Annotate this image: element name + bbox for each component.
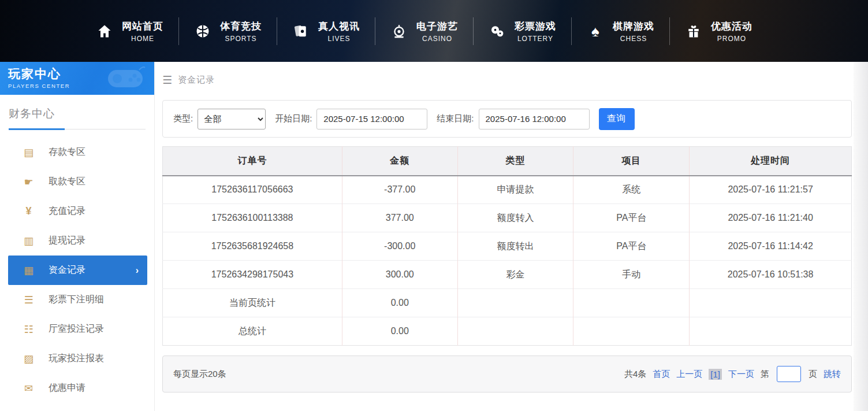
nav-label-zh: 真人视讯 <box>318 20 360 33</box>
next-page-link[interactable]: 下一页 <box>728 369 754 380</box>
nav-item-lottery[interactable]: 彩票游戏 LOTTERY <box>474 14 571 49</box>
sidebar-item-label: 玩家投注报表 <box>49 353 104 365</box>
nav-label-zh: 网站首页 <box>122 20 163 33</box>
sidebar-item-label: 充值记录 <box>49 205 85 217</box>
table-row: 1752636117056663 -377.00 申请提款 系统 2025-07… <box>163 176 852 204</box>
page-suffix-label: 页 <box>809 369 817 380</box>
nav-item-lives[interactable]: 真人视讯 LIVES <box>277 14 375 49</box>
prev-page-link[interactable]: 上一页 <box>676 369 702 380</box>
breadcrumb: ☰ 资金记录 <box>162 73 854 87</box>
sidebar-item-withdraw[interactable]: ☛ 取款专区 <box>0 167 154 197</box>
start-date-input[interactable] <box>316 109 427 129</box>
header-process-time: 处理时间 <box>690 147 852 176</box>
end-date-label: 结束日期: <box>437 113 474 124</box>
type-label: 类型: <box>173 113 193 124</box>
sidebar-item-hall-bet-record[interactable]: ☷ 厅室投注记录 <box>0 314 154 344</box>
gamepad-icon <box>105 64 147 94</box>
page-jump-input[interactable] <box>777 366 801 382</box>
nav-label-zh: 棋牌游戏 <box>613 20 654 33</box>
table-row: 1752635681924658 -300.00 额度转出 PA平台 2025-… <box>163 232 852 261</box>
sidebar-section: 财务中心 <box>0 95 154 121</box>
section-underline <box>9 129 146 129</box>
chevron-right-icon: › <box>136 265 139 276</box>
cell-item: 系统 <box>573 176 690 204</box>
start-date-label: 开始日期: <box>275 113 312 124</box>
pagination-bar: 每页显示20条 共4条 首页 上一页 [1] 下一页 第 页 跳转 <box>162 356 852 393</box>
cell-empty <box>573 317 690 346</box>
search-button[interactable]: 查询 <box>599 108 635 130</box>
header-type: 类型 <box>457 147 573 176</box>
sidebar: 玩家中心 PLAYERS CENTER 财务中心 ▤ 存款专区 ☛ 取款专区 ¥… <box>0 62 155 411</box>
cell-order-no: 1752636100113388 <box>163 204 342 232</box>
cell-type: 申请提款 <box>457 176 573 204</box>
nav-item-sports[interactable]: 体育竞技 SPORTS <box>179 14 277 49</box>
recharge-moneybag-icon: ¥ <box>22 205 35 217</box>
cell-amount: -377.00 <box>342 176 457 204</box>
cell-order-no: 1752634298175043 <box>163 261 342 289</box>
nav-label-en: CASINO <box>422 35 452 43</box>
cell-item: 手动 <box>573 261 690 289</box>
nav-label-en: LOTTERY <box>517 35 553 43</box>
nav-item-home[interactable]: 网站首页 HOME <box>81 14 178 49</box>
menu-hamburger-icon[interactable]: ☰ <box>162 73 172 87</box>
nav-item-chess[interactable]: ♠ 棋牌游戏 CHESS <box>572 14 669 49</box>
cell-time: 2025-07-16 11:21:40 <box>690 204 852 232</box>
cell-empty <box>457 289 573 317</box>
sidebar-item-funds-record[interactable]: ▦ 资金记录 › <box>8 256 147 285</box>
funds-cash-icon: ▦ <box>22 264 35 277</box>
gift-icon <box>685 23 702 40</box>
withdrawal-wallet-icon: ▥ <box>22 235 35 247</box>
cell-empty <box>690 317 852 346</box>
cell-order-no: 1752636117056663 <box>163 176 342 204</box>
header-order-no: 订单号 <box>163 147 342 176</box>
nav-label-en: HOME <box>131 35 154 43</box>
sidebar-item-promo-apply[interactable]: ✉ 优惠申请 <box>0 373 154 403</box>
cell-empty <box>573 289 690 317</box>
sidebar-item-label: 资金记录 <box>49 264 85 276</box>
sidebar-item-label: 存款专区 <box>49 146 85 158</box>
nav-label-zh: 体育竞技 <box>220 20 262 33</box>
end-date-input[interactable] <box>479 109 590 129</box>
cell-amount: 377.00 <box>342 204 457 232</box>
top-navigation: 网站首页 HOME 体育竞技 SPORTS 真人视讯 LIVES 电子游艺 CA… <box>0 0 868 62</box>
nav-item-promo[interactable]: 优惠活动 PROMO <box>670 14 768 49</box>
lottery-balls-icon <box>489 23 506 40</box>
sports-ball-icon <box>194 23 211 40</box>
sidebar-item-label: 提现记录 <box>49 235 85 247</box>
cell-empty <box>690 289 852 317</box>
cell-summary-amount: 0.00 <box>342 289 457 317</box>
sidebar-item-label: 厅室投注记录 <box>49 323 104 335</box>
table-header-row: 订单号 金额 类型 项目 处理时间 <box>163 147 852 176</box>
nav-label-zh: 彩票游戏 <box>515 20 556 33</box>
cell-summary-label: 当前页统计 <box>163 289 342 317</box>
withdraw-hand-icon: ☛ <box>22 176 35 188</box>
type-select[interactable]: 全部 <box>198 109 266 129</box>
table-summary-row-total: 总统计 0.00 <box>163 317 852 346</box>
page-prefix-label: 第 <box>761 369 769 380</box>
nav-item-casino[interactable]: 电子游艺 CASINO <box>375 14 473 49</box>
current-page-indicator: [1] <box>709 369 722 380</box>
nav-label-en: PROMO <box>717 35 746 43</box>
sidebar-item-lottery-bet-detail[interactable]: ☰ 彩票下注明细 <box>0 285 154 314</box>
first-page-link[interactable]: 首页 <box>653 369 670 380</box>
nav-label-en: LIVES <box>327 35 350 43</box>
nav-label-zh: 优惠活动 <box>711 20 752 33</box>
sidebar-item-withdrawal-record[interactable]: ▥ 提现记录 <box>0 226 154 256</box>
sidebar-item-recharge-record[interactable]: ¥ 充值记录 <box>0 197 154 226</box>
total-count: 共4条 <box>624 369 646 380</box>
sidebar-item-player-bet-report[interactable]: ▨ 玩家投注报表 <box>0 344 154 373</box>
cell-amount: 300.00 <box>342 261 457 289</box>
table-row: 1752636100113388 377.00 额度转入 PA平台 2025-0… <box>163 204 852 232</box>
sidebar-item-promo-apply-record[interactable]: ☷ 优惠申请记录 <box>0 403 154 411</box>
spade-icon: ♠ <box>587 23 604 40</box>
cell-empty <box>457 317 573 346</box>
home-icon <box>96 23 113 40</box>
lottery-detail-icon: ☰ <box>22 294 35 306</box>
nav-label-en: SPORTS <box>225 35 256 43</box>
header-amount: 金额 <box>342 147 457 176</box>
jump-link[interactable]: 跳转 <box>824 369 841 380</box>
sidebar-banner: 玩家中心 PLAYERS CENTER <box>0 62 154 95</box>
sidebar-item-deposit[interactable]: ▤ 存款专区 <box>0 138 154 167</box>
deposit-card-icon: ▤ <box>22 146 35 159</box>
cell-time: 2025-07-16 10:51:38 <box>690 261 852 289</box>
